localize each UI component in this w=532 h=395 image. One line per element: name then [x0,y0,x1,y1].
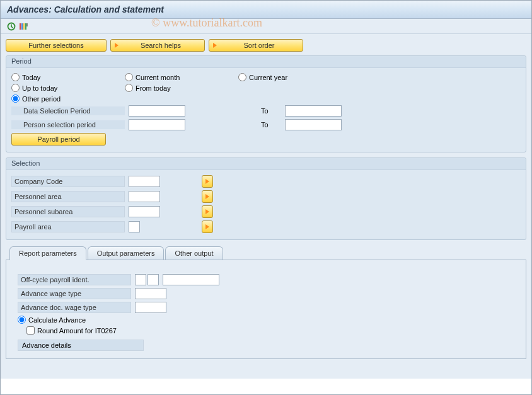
selection-group: Selection Company Code Personnel area Pe… [6,157,526,240]
payroll-period-btn-row: Payroll period [6,132,526,147]
page-title: Advances: Calculation and statement [1,1,531,19]
payroll-period-button[interactable]: Payroll period [11,133,106,146]
advance-details-subhead: Advance details [18,340,144,351]
tab-panel-report: Off-cycle payroll ident. Advance wage ty… [6,260,526,359]
radio-current-month[interactable]: Current month [125,73,238,81]
arrow-right-icon [115,43,119,48]
radio-up-to-today[interactable]: Up to today [11,84,125,92]
arrow-right-icon [213,43,217,48]
personnel-subarea-row: Personnel subarea [6,204,526,219]
main-content: Further selections Search helps Sort ord… [1,34,531,379]
execute-icon[interactable] [6,21,17,32]
period-radio-row-1: Today Current month Current year [6,72,526,83]
offcycle-ident-input-2[interactable] [147,274,159,285]
svg-rect-4 [25,23,26,30]
arrow-right-icon [205,224,209,229]
radio-calculate-advance[interactable]: Calculate Advance [18,316,86,324]
watermark-text: © www.tutorialkart.com [151,16,262,30]
selection-group-title: Selection [6,158,526,170]
payroll-area-row: Payroll area [6,219,526,234]
personnel-area-input[interactable] [129,191,160,202]
personnel-subarea-input[interactable] [129,206,160,217]
current-month-label: Current month [136,74,180,81]
advance-doc-wage-type-input[interactable] [135,302,166,313]
company-code-multi-button[interactable] [202,175,213,188]
advance-doc-wage-type-label: Advance doc. wage type [18,302,131,313]
person-selection-period-label: Person selection period [11,120,125,129]
arrow-right-icon [205,194,209,199]
app-toolbar: © www.tutorialkart.com [1,19,531,34]
company-code-row: Company Code [6,174,526,189]
advance-wage-type-input[interactable] [135,288,166,299]
tab-strip: Report parameters Output parameters Othe… [6,246,526,260]
radio-today[interactable]: Today [11,73,125,81]
personnel-area-label: Personnel area [11,191,125,202]
other-period-label: Other period [22,95,61,103]
svg-rect-3 [23,23,25,30]
person-selection-period-row: Person selection period To [6,118,526,132]
person-selection-from-input[interactable] [129,119,185,130]
checkbox-round-amount[interactable]: Round Amount for IT0267 [18,326,117,335]
up-to-today-label: Up to today [22,84,57,92]
radio-current-year[interactable]: Current year [238,73,333,81]
further-selections-button[interactable]: Further selections [6,39,107,52]
search-helps-button[interactable]: Search helps [110,39,205,52]
tab-other-output[interactable]: Other output [165,246,223,260]
action-button-row: Further selections Search helps Sort ord… [6,39,526,52]
arrow-right-icon [205,209,209,214]
round-amount-row: Round Amount for IT0267 [13,325,519,336]
calculate-advance-label: Calculate Advance [28,316,86,324]
company-code-label: Company Code [11,176,125,187]
advance-wage-type-label: Advance wage type [18,288,131,299]
variants-icon[interactable] [18,21,30,32]
sort-order-label: Sort order [219,42,299,49]
advance-details-row: Advance details [13,336,519,352]
person-selection-to-input[interactable] [285,119,342,130]
company-code-input[interactable] [129,176,160,187]
personnel-area-row: Personnel area [6,189,526,204]
radio-other-period[interactable]: Other period [11,94,125,103]
sort-order-button[interactable]: Sort order [209,39,303,52]
period-group: Period Today Current month Current year … [6,55,526,152]
data-selection-to-input[interactable] [285,105,342,117]
offcycle-ident-label: Off-cycle payroll ident. [18,274,131,285]
today-label: Today [22,74,40,81]
payroll-area-multi-button[interactable] [202,220,213,233]
offcycle-ident-input-3[interactable] [163,274,219,285]
payroll-area-label: Payroll area [11,221,125,232]
payroll-area-input[interactable] [129,221,140,232]
period-group-title: Period [6,56,526,68]
personnel-area-multi-button[interactable] [202,190,213,203]
svg-rect-1 [20,23,21,30]
radio-from-today[interactable]: From today [125,84,238,92]
tab-report-parameters[interactable]: Report parameters [9,246,86,260]
data-selection-from-input[interactable] [129,105,185,117]
round-amount-label: Round Amount for IT0267 [37,327,117,335]
data-selection-period-label: Data Selection Period [11,106,125,115]
arrow-right-icon [205,179,209,184]
svg-rect-2 [21,23,23,30]
to-label-1: To [256,107,281,115]
advance-wage-type-row: Advance wage type [13,287,519,301]
search-helps-label: Search helps [121,42,200,49]
offcycle-ident-input-1[interactable] [135,274,146,285]
from-today-label: From today [136,84,171,92]
calculate-advance-row: Calculate Advance [13,314,519,325]
to-label-2: To [256,121,281,129]
data-selection-period-row: Data Selection Period To [6,104,526,118]
current-year-label: Current year [249,74,287,81]
tab-output-parameters[interactable]: Output parameters [88,246,165,260]
advance-doc-wage-type-row: Advance doc. wage type [13,301,519,314]
period-radio-row-2: Up to today From today [6,83,526,93]
personnel-subarea-multi-button[interactable] [202,205,213,218]
offcycle-ident-row: Off-cycle payroll ident. [13,273,519,287]
period-radio-row-3: Other period [6,93,526,104]
personnel-subarea-label: Personnel subarea [11,206,125,217]
